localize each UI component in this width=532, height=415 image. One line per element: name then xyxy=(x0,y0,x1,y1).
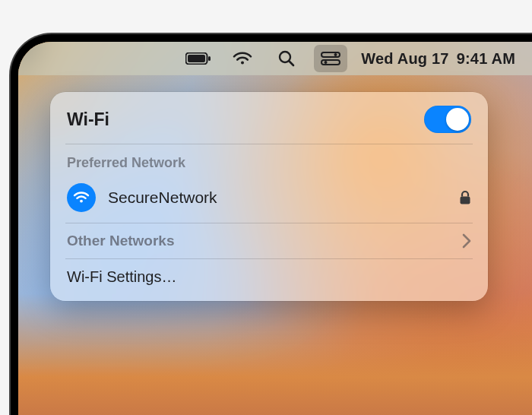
menu-bar-clock[interactable]: Wed Aug 179:41 AM xyxy=(358,45,518,72)
panel-title: Wi-Fi xyxy=(67,109,109,130)
preferred-network-label: Preferred Network xyxy=(67,155,471,171)
wifi-connected-icon xyxy=(67,183,96,212)
svg-point-6 xyxy=(334,53,337,56)
menu-bar: Wed Aug 179:41 AM xyxy=(18,42,532,75)
wifi-panel: Wi-Fi Preferred Network SecureNetwork Ot… xyxy=(50,92,488,301)
network-name: SecureNetwork xyxy=(108,188,447,207)
clock-time: 9:41 AM xyxy=(457,50,515,68)
spotlight-icon[interactable] xyxy=(270,45,303,72)
other-networks-row[interactable]: Other Networks xyxy=(67,223,471,258)
chevron-right-icon xyxy=(462,233,471,249)
wifi-toggle[interactable] xyxy=(424,106,471,133)
svg-rect-1 xyxy=(188,55,205,62)
svg-point-8 xyxy=(325,61,328,64)
battery-icon[interactable] xyxy=(182,45,215,72)
clock-date: Wed Aug 17 xyxy=(361,50,448,68)
svg-rect-2 xyxy=(208,56,211,61)
wifi-settings-label: Wi-Fi Settings… xyxy=(67,268,176,286)
svg-rect-9 xyxy=(461,197,470,204)
wifi-icon[interactable] xyxy=(226,45,259,72)
divider xyxy=(65,144,473,144)
wifi-settings-row[interactable]: Wi-Fi Settings… xyxy=(67,259,471,290)
desktop: Wed Aug 179:41 AM Wi-Fi Preferred Networ… xyxy=(18,42,532,415)
other-networks-label: Other Networks xyxy=(67,233,174,249)
lock-icon xyxy=(459,190,471,205)
svg-line-4 xyxy=(290,62,294,66)
toggle-knob xyxy=(446,108,469,131)
network-row[interactable]: SecureNetwork xyxy=(67,179,471,223)
control-center-icon[interactable] xyxy=(314,45,347,72)
